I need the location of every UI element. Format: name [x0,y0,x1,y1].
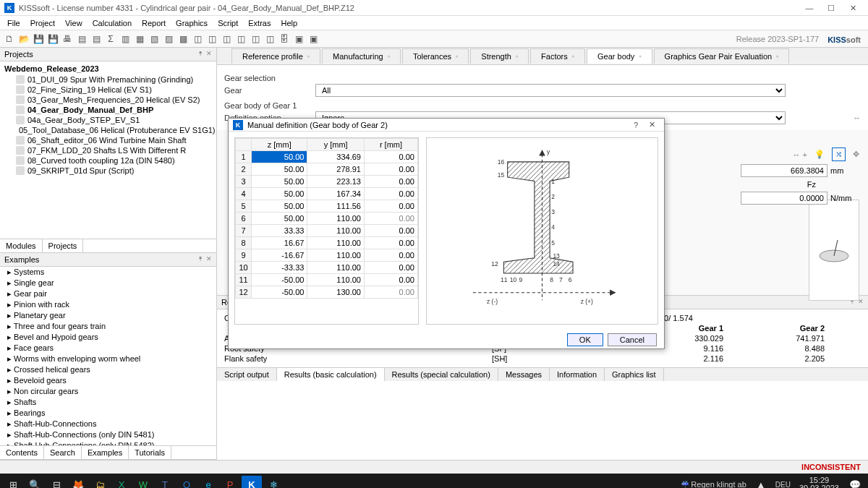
example-item[interactable]: ▸ Shaft-Hub-Connections (only DIN 5482) [0,440,216,445]
example-item[interactable]: ▸ Worms with enveloping worm wheel [0,354,216,364]
subtab-factors[interactable]: Factors▫ [530,48,585,64]
table-row[interactable]: 650.00110.000.00 [236,213,418,225]
cursor-icon[interactable]: ⤭ [832,147,846,161]
results-tab[interactable]: Messages [498,368,550,381]
projects-tree[interactable]: Webdemo_Release_2023 01_DUI_09 Spur With… [0,61,216,239]
db-icon[interactable]: 🗄 [278,33,291,46]
new-icon[interactable]: 🗋 [3,33,16,46]
tab-examples[interactable]: Examples [82,446,129,459]
example-item[interactable]: ▸ Systems [0,267,216,278]
tree-root[interactable]: Webdemo_Release_2023 [0,63,216,74]
tree-item[interactable]: 03_Gear_Mesh_Frequencies_20 Helical (EV … [0,95,216,105]
cancel-button[interactable]: Cancel [608,333,657,346]
results-tab[interactable]: Results (special calculation) [385,368,498,381]
open-icon[interactable]: 📂 [17,33,30,46]
tool-icon[interactable]: ▧ [148,33,161,46]
report-icon[interactable]: ▥ [119,33,132,46]
example-item[interactable]: ▸ Face gears [0,343,216,354]
examples-list[interactable]: ▸ Systems▸ Single gear▸ Gear pair▸ Pinio… [0,267,216,445]
tool-icon[interactable]: ◫ [249,33,262,46]
app-icon[interactable]: ❄ [263,476,284,488]
gear-select[interactable]: All [315,84,786,97]
table-row[interactable]: 450.00167.340.00 [236,188,418,200]
search-icon[interactable]: 🔍 [25,476,45,488]
menu-report[interactable]: Report [137,17,170,29]
tree-item[interactable]: 08_Curved tooth coupling 12a (DIN 5480) [0,155,216,166]
plus-icon[interactable]: ↔ + [793,150,807,159]
tab-projects[interactable]: Projects [43,239,84,252]
menu-graphics[interactable]: Graphics [171,17,212,29]
example-item[interactable]: ▸ Shafts [0,397,216,408]
tool-icon[interactable]: ▦ [133,33,146,46]
bulb-icon[interactable]: 💡 [814,150,825,159]
tree-item[interactable]: 04a_Gear_Body_STEP_EV_S1 [0,115,216,125]
subtab-gear-body[interactable]: Gear body▫ [587,48,652,64]
tool-icon[interactable]: ▣ [307,33,320,46]
taskview-icon[interactable]: ⊟ [46,476,67,488]
example-item[interactable]: ▸ Shaft-Hub-Connections (only DIN 5481) [0,429,216,440]
close-button[interactable]: ✕ [644,120,660,129]
kisssoft-icon[interactable]: K [242,476,262,488]
word-icon[interactable]: W [133,476,153,488]
notifications-icon[interactable]: 💬 [845,476,865,488]
powerpoint-icon[interactable]: P [220,476,240,488]
results-tab[interactable]: Results (basic calculation) [277,368,385,381]
tool-icon[interactable]: ▣ [292,33,305,46]
outlook-icon[interactable]: O [176,476,197,488]
table-row[interactable]: 10-33.33110.000.00 [236,262,418,274]
print-icon[interactable]: 🖶 [61,33,74,46]
table-row[interactable]: 11-50.00110.000.00 [236,274,418,286]
tree-item[interactable]: 09_SKRIPT_01d Spur (Script) [0,166,216,176]
example-item[interactable]: ▸ Beveloid gears [0,375,216,386]
tool-icon[interactable]: ▨ [162,33,175,46]
menu-script[interactable]: Script [213,17,242,29]
tool-icon[interactable]: ▤ [90,33,103,46]
example-item[interactable]: ▸ Non circular gears [0,386,216,397]
table-row[interactable]: 816.67110.000.00 [236,237,418,249]
explorer-icon[interactable]: 🗂 [90,476,110,488]
tree-item[interactable]: 06_Shaft_editor_06 Wind Turbine Main Sha… [0,135,216,145]
save-icon[interactable]: 💾 [32,33,45,46]
example-item[interactable]: ▸ Three and four gears train [0,321,216,332]
table-row[interactable]: 12-50.00130.000.00 [236,286,418,299]
edge-icon[interactable]: e [198,476,218,488]
ok-button[interactable]: OK [567,333,603,346]
tab-modules[interactable]: Modules [0,239,43,252]
subtab-strength[interactable]: Strength▫ [470,48,529,64]
weather-widget[interactable]: ☔ Regen klingt ab [678,480,749,488]
menu-help[interactable]: Help [276,17,302,29]
tool-icon[interactable]: ◫ [220,33,233,46]
save-as-icon[interactable]: 💾 [46,33,59,46]
results-tab[interactable]: Information [550,368,605,381]
subtab-tolerances[interactable]: Tolerances▫ [402,48,469,64]
results-tab[interactable]: Script output [217,368,277,381]
tree-item[interactable]: 07_FKM_LDD_20 Shafts LS With Different R [0,145,216,155]
tree-item[interactable]: 01_DUI_09 Spur With Premachining (Grindi… [0,74,216,85]
tool-icon[interactable]: ◫ [234,33,247,46]
coordinates-table[interactable]: z [mm] y [mm] r [mm] 150.00334.690.00250… [234,137,419,325]
table-row[interactable]: 350.00223.130.00 [236,176,418,188]
menu-project[interactable]: Project [26,17,59,29]
fz-input[interactable] [741,192,827,205]
menu-extras[interactable]: Extras [244,17,275,29]
example-item[interactable]: ▸ Bevel and Hypoid gears [0,332,216,343]
example-item[interactable]: ▸ Pinion with rack [0,299,216,310]
table-row[interactable]: 733.33110.000.00 [236,225,418,237]
tab-search[interactable]: Search [44,446,82,459]
example-item[interactable]: ▸ Crossed helical gears [0,364,216,375]
tray-icon[interactable]: ▲ [751,476,771,488]
excel-icon[interactable]: X [111,476,132,488]
menu-file[interactable]: File [3,17,25,29]
minimize-button[interactable]: — [799,1,820,14]
sigma-icon[interactable]: Σ [104,33,117,46]
maximize-button[interactable]: ☐ [820,1,842,14]
close-button[interactable]: ✕ [842,1,864,14]
table-row[interactable]: 250.00278.910.00 [236,163,418,176]
subtab-manufacturing[interactable]: Manufacturing▫ [322,48,401,64]
lang-indicator[interactable]: DEU [773,481,793,489]
clock[interactable]: 15:2930.03.2023 [795,476,843,488]
table-row[interactable]: 550.00111.560.00 [236,200,418,213]
tab-contents[interactable]: Contents [0,446,44,459]
tree-item[interactable]: 05_Tool_Database_06 Helical (Protuberanc… [0,125,216,135]
move-icon[interactable]: ✥ [853,150,859,159]
